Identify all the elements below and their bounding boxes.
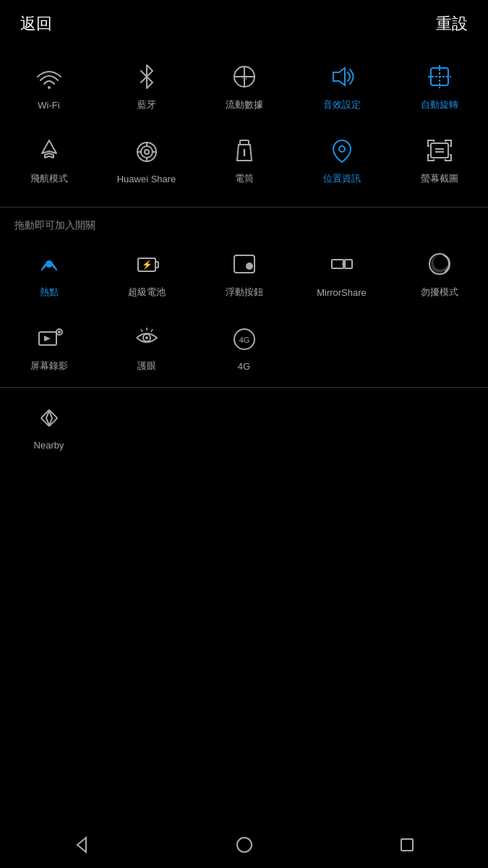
svg-marker-34: [44, 336, 51, 341]
icon-item-bluetooth[interactable]: 藍牙: [98, 49, 195, 123]
svg-point-10: [141, 146, 153, 158]
airplane-icon: [33, 135, 65, 166]
icon-item-dnd[interactable]: 勿擾模式: [390, 237, 488, 310]
hotspot-icon: [33, 248, 65, 280]
screenshot-label: 螢幕截圖: [421, 172, 458, 185]
screenshot-icon: [424, 135, 455, 166]
svg-point-11: [145, 150, 149, 154]
icon-item-4g[interactable]: 4G 4G: [195, 310, 293, 384]
svg-rect-28: [332, 260, 343, 268]
icon-item-location[interactable]: 位置資訊: [293, 123, 390, 197]
svg-point-45: [237, 838, 252, 852]
icon-item-airplane[interactable]: 飛航模式: [0, 123, 98, 197]
flashlight-icon: [228, 135, 260, 166]
divider-2: [0, 387, 488, 388]
draggable-section: 拖動即可加入開關 熱點 ⚡ 超級電池 浮動按鈕 MirrorShare: [0, 210, 488, 384]
draggable-title: 拖動即可加入開關: [0, 210, 488, 237]
svg-line-39: [151, 329, 153, 332]
dnd-icon: [424, 248, 455, 280]
4g-label: 4G: [238, 361, 250, 372]
draggable-icon-grid: 熱點 ⚡ 超級電池 浮動按鈕 MirrorShare 勿擾模式: [0, 237, 488, 384]
svg-point-0: [48, 86, 51, 89]
navigation-bar: [0, 822, 488, 868]
icon-item-sound[interactable]: 音效設定: [293, 49, 390, 123]
mirrorshare-icon: [326, 250, 358, 281]
back-button[interactable]: 返回: [20, 13, 52, 35]
svg-point-18: [339, 146, 345, 152]
icon-item-super-battery[interactable]: ⚡ 超級電池: [98, 237, 195, 310]
bluetooth-icon: [131, 61, 163, 93]
nearby-label: Nearby: [34, 440, 64, 451]
huawei-share-icon: [131, 136, 163, 168]
icon-item-wifi[interactable]: Wi-Fi: [0, 49, 98, 123]
svg-marker-44: [77, 838, 86, 852]
sound-icon: [326, 61, 358, 93]
icon-item-mobile-data[interactable]: ↑↓ 流動數據: [195, 49, 293, 123]
icon-item-huawei-share[interactable]: Huawei Share: [98, 123, 195, 197]
nav-recent-button[interactable]: [391, 829, 423, 861]
mirrorshare-label: MirrorShare: [317, 287, 367, 298]
mobile-data-label: 流動數據: [226, 98, 263, 111]
icon-item-hotspot[interactable]: 熱點: [0, 237, 98, 310]
divider-1: [0, 207, 488, 208]
auto-rotate-label: 自動旋轉: [421, 98, 458, 111]
dnd-label: 勿擾模式: [421, 286, 458, 299]
super-battery-label: 超級電池: [128, 286, 166, 299]
main-icon-grid: Wi-Fi 藍牙 ↑↓ 流動數據 音效設定 自動旋轉: [0, 49, 488, 197]
icon-item-auto-rotate[interactable]: 自動旋轉: [390, 49, 488, 123]
floating-button-label: 浮動按鈕: [226, 286, 263, 299]
nearby-icon: [33, 402, 65, 434]
huawei-share-label: Huawei Share: [117, 174, 176, 184]
reset-button[interactable]: 重設: [436, 13, 468, 35]
mobile-data-icon: ↑↓: [228, 61, 260, 93]
wifi-label: Wi-Fi: [38, 100, 59, 111]
nav-home-button[interactable]: [228, 829, 260, 861]
location-icon: [326, 135, 358, 166]
main-grid-section: Wi-Fi 藍牙 ↑↓ 流動數據 音效設定 自動旋轉: [0, 42, 488, 204]
flashlight-label: 電筒: [235, 172, 254, 185]
svg-rect-24: [155, 262, 158, 268]
bluetooth-label: 藍牙: [137, 98, 156, 111]
svg-rect-29: [345, 260, 352, 268]
svg-rect-19: [431, 143, 448, 158]
eye-care-label: 護眼: [137, 359, 156, 373]
icon-item-mirrorshare[interactable]: MirrorShare: [293, 237, 390, 310]
screen-record-icon: [33, 322, 65, 354]
hotspot-label: 熱點: [40, 286, 59, 299]
icon-item-floating-button[interactable]: 浮動按鈕: [195, 237, 293, 310]
svg-rect-27: [246, 263, 253, 270]
location-label: 位置資訊: [323, 172, 361, 185]
svg-line-38: [141, 329, 142, 332]
floating-button-icon: [228, 248, 260, 280]
svg-rect-46: [401, 839, 413, 851]
icon-item-nearby[interactable]: Nearby: [0, 391, 98, 462]
svg-point-36: [145, 336, 148, 339]
airplane-label: 飛航模式: [30, 172, 68, 185]
svg-text:↑↓: ↑↓: [241, 73, 248, 81]
top-bar: 返回 重設: [0, 0, 488, 42]
super-battery-icon: ⚡: [131, 248, 163, 280]
icon-item-eye-care[interactable]: 護眼: [98, 310, 195, 384]
svg-text:4G: 4G: [239, 336, 249, 344]
nav-back-button[interactable]: [66, 829, 98, 861]
svg-text:⚡: ⚡: [141, 259, 152, 270]
4g-icon: 4G: [228, 323, 260, 355]
wifi-icon: [33, 62, 65, 94]
svg-marker-43: [46, 411, 52, 425]
eye-care-icon: [131, 322, 163, 354]
nearby-section: Nearby: [0, 391, 488, 462]
svg-point-33: [58, 331, 61, 333]
icon-item-screenshot[interactable]: 螢幕截圖: [390, 123, 488, 197]
icon-item-flashlight[interactable]: 電筒: [195, 123, 293, 197]
icon-item-screen-record[interactable]: 屏幕錄影: [0, 310, 98, 384]
screen-record-label: 屏幕錄影: [30, 359, 68, 373]
auto-rotate-icon: [424, 61, 455, 93]
svg-marker-5: [333, 68, 345, 85]
sound-label: 音效設定: [323, 98, 361, 111]
